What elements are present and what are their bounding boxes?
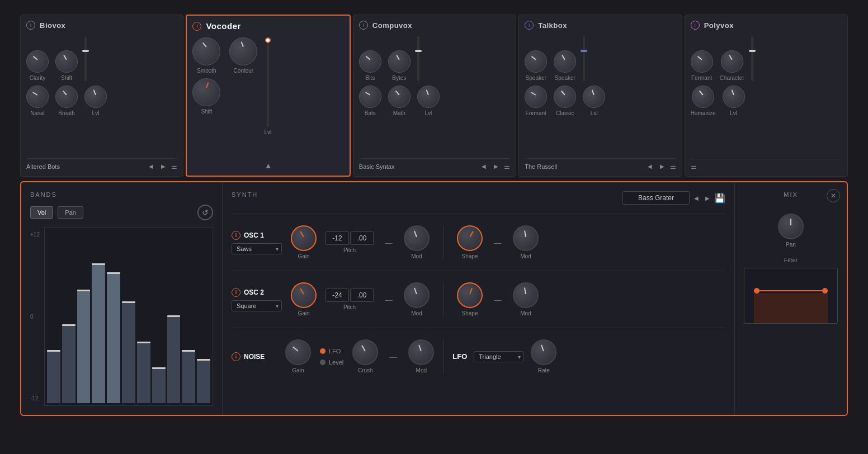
math-knob[interactable] [388, 86, 411, 108]
band-bar-7[interactable] [152, 230, 166, 403]
osc2-gain-knob[interactable] [291, 282, 317, 308]
osc1-pitch-label: Pitch [343, 247, 356, 253]
vocoder-expand-icon[interactable]: ▲ [265, 161, 272, 170]
band-bar-0[interactable] [47, 230, 60, 403]
polyvox-slider[interactable] [751, 36, 753, 81]
osc1-pitch-fine[interactable] [350, 231, 374, 245]
talkbox-speaker1-knob[interactable] [525, 50, 547, 73]
osc2-pitch-fine[interactable] [350, 289, 374, 302]
biovox-slider1[interactable] [84, 36, 87, 81]
compuvox-lvl-knob[interactable] [417, 86, 440, 108]
character-knob[interactable] [721, 50, 743, 73]
compuvox-eq-icon[interactable]: ⚌ [504, 163, 510, 171]
biovox-info-icon[interactable]: i [26, 21, 35, 30]
synth-prev-btn[interactable]: ◀ [692, 194, 701, 202]
osc1-shape-knob[interactable] [457, 225, 483, 251]
band-bar-6[interactable] [137, 230, 150, 403]
bats-knob[interactable] [359, 86, 381, 108]
osc1-type-select[interactable]: SawsSquareSine [232, 243, 282, 254]
talkbox-info-icon[interactable]: i [525, 21, 534, 30]
clarity-knob[interactable] [26, 50, 49, 73]
talkbox-formant-knob[interactable] [525, 86, 547, 108]
synth-next-btn[interactable]: ▶ [703, 194, 712, 202]
mix-close-btn[interactable]: ✕ [827, 189, 840, 202]
band-bar-8[interactable] [167, 230, 181, 403]
polyvox-eq-icon[interactable]: ⚌ [691, 163, 697, 171]
osc2-gain-label: Gain [298, 310, 309, 316]
osc2-shape-mod-knob[interactable] [513, 282, 539, 308]
bytes-knob[interactable] [388, 50, 411, 73]
vocoder-shift-knob[interactable] [192, 78, 220, 106]
bands-reset-btn[interactable]: ↺ [197, 205, 213, 220]
vocoder-lvl-slider[interactable] [267, 37, 269, 127]
vol-tab-btn[interactable]: Vol [30, 206, 53, 219]
talkbox-speaker2-knob[interactable] [554, 50, 576, 73]
osc1-gain-knob[interactable] [291, 225, 317, 251]
noise-gain-knob[interactable] [285, 339, 311, 365]
nasal-knob[interactable] [26, 86, 49, 108]
synth-preset-name[interactable]: Bass Grater [622, 191, 690, 205]
lfo-rate-knob[interactable] [531, 339, 556, 365]
osc2-type-select[interactable]: SquareSawsSine [232, 300, 282, 311]
band-bar-4[interactable] [107, 230, 120, 403]
polyvox-info-icon[interactable]: i [691, 21, 700, 30]
bands-title: BANDS [30, 191, 213, 198]
synth-save-icon[interactable]: 💾 [714, 193, 725, 204]
band-bar-10[interactable] [197, 230, 210, 403]
biovox-prev-btn[interactable]: ◀ [147, 162, 155, 171]
noise-info-icon[interactable]: i [232, 352, 240, 361]
compuvox-next-btn[interactable]: ▶ [492, 162, 501, 171]
osc2-label-group: i OSC 2 SquareSawsSine [232, 288, 282, 311]
noise-crush-knob[interactable] [352, 339, 378, 365]
filter-section: Filter [744, 257, 838, 324]
polyvox-slider-group [751, 36, 753, 81]
osc2-mod-knob[interactable] [404, 282, 430, 308]
osc1-divider [232, 214, 725, 214]
talkbox-next-btn[interactable]: ▶ [658, 162, 667, 171]
breath-knob[interactable] [55, 86, 78, 108]
osc1-pitch-coarse[interactable] [326, 231, 349, 245]
contour-knob[interactable] [229, 37, 257, 65]
vocoder-info-icon[interactable]: i [192, 22, 201, 31]
noise-mod-knob[interactable] [408, 339, 434, 365]
band-bar-5[interactable] [122, 230, 135, 403]
pan-tab-btn[interactable]: Pan [58, 206, 83, 219]
talkbox-eq-icon[interactable]: ⚌ [670, 163, 676, 171]
bits-knob[interactable] [359, 50, 381, 73]
polyvox-title: Polyvox [704, 21, 734, 30]
band-bar-2[interactable] [77, 230, 91, 403]
osc2-shape-knob[interactable] [457, 282, 483, 308]
compuvox-slider[interactable] [417, 36, 419, 81]
biovox-next-btn[interactable]: ▶ [159, 162, 168, 171]
band-bar-9[interactable] [182, 230, 195, 403]
bands-grid [44, 227, 213, 406]
osc2-shape-mod-label: Mod [520, 310, 531, 316]
band-bar-1[interactable] [62, 230, 76, 403]
polyvox-header: i Polyvox [691, 21, 842, 30]
talkbox-lvl-knob[interactable] [583, 86, 605, 108]
biovox-shift-knob[interactable] [55, 50, 78, 73]
osc1-shape-mod-knob[interactable] [513, 225, 539, 251]
formant-knob[interactable] [691, 50, 713, 73]
osc1-mod-knob[interactable] [404, 225, 430, 251]
talkbox-classic-knob[interactable] [554, 86, 576, 108]
compuvox-prev-btn[interactable]: ◀ [479, 162, 488, 171]
band-bar-3[interactable] [92, 230, 105, 403]
mix-pan-knob[interactable] [778, 214, 804, 239]
humanize-knob[interactable] [692, 86, 714, 108]
compuvox-info-icon[interactable]: i [359, 21, 368, 30]
talkbox-prev-btn[interactable]: ◀ [645, 162, 654, 171]
osc1-info-icon[interactable]: i [232, 231, 240, 240]
osc2-pitch-coarse[interactable] [326, 289, 349, 302]
biovox-lvl-knob[interactable] [84, 86, 107, 108]
synth-header: SYNTH Bass Grater ◀ ▶ 💾 [232, 191, 725, 205]
lfo-type-select[interactable]: TriangleSineSquare [474, 351, 524, 362]
biovox-thumb1 [82, 50, 89, 52]
biovox-eq-icon[interactable]: ⚌ [171, 163, 177, 171]
osc1-shape-dash: — [492, 238, 504, 247]
filter-box[interactable] [744, 268, 838, 324]
polyvox-lvl-knob[interactable] [723, 86, 745, 108]
smooth-knob[interactable] [192, 37, 220, 65]
talkbox-slider[interactable] [583, 36, 585, 81]
osc2-info-icon[interactable]: i [232, 288, 240, 297]
